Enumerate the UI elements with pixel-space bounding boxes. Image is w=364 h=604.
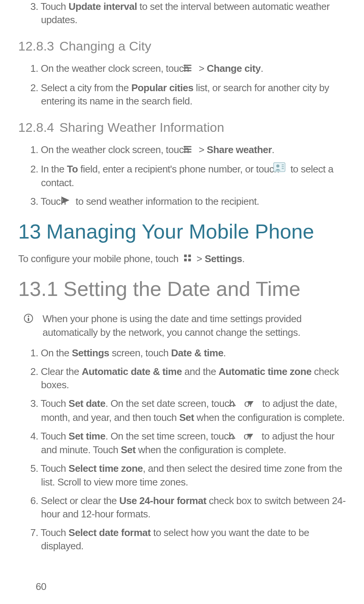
bold-popular-cities: Popular cities: [131, 82, 194, 93]
text: 2. In the: [30, 163, 67, 175]
text: and the: [182, 366, 219, 377]
text: .: [261, 63, 263, 74]
text: >: [199, 63, 206, 74]
text: 3. Touch: [30, 1, 69, 12]
text: 1. On the: [30, 347, 72, 359]
text: field, enter a recipient's phone number,…: [78, 163, 282, 175]
svg-point-17: [28, 315, 29, 317]
text: .: [242, 253, 245, 264]
text: .: [272, 144, 274, 155]
text: when the configuration is complete.: [136, 444, 286, 455]
text: . On the set time screen, touch: [106, 430, 236, 442]
text: 1. On the weather clock screen, touch: [30, 63, 192, 74]
svg-point-7: [276, 164, 279, 168]
note-auto-date: When your phone is using the date and ti…: [18, 312, 346, 340]
bold-settings: Settings: [205, 253, 242, 264]
step-update-interval: 3. Touch Update interval to set the inte…: [18, 0, 346, 27]
text: 2. Select a city from the: [30, 82, 131, 93]
text: >: [197, 253, 205, 264]
bold-share-weather: Share weather: [207, 144, 272, 155]
text: >: [199, 144, 206, 155]
step-date-4: 4. Touch Set time. On the set time scree…: [18, 430, 346, 457]
bold-settings: Settings: [72, 347, 109, 359]
text: To configure your mobile phone, touch: [18, 253, 181, 264]
bold-auto-tz: Automatic time zone: [219, 366, 312, 377]
bold-select-tz: Select time zone: [69, 463, 143, 474]
svg-rect-11: [184, 255, 187, 257]
heading-title: Changing a City: [60, 39, 151, 53]
bold-date-time: Date & time: [171, 347, 224, 359]
heading-title: Sharing Weather Information: [60, 120, 224, 134]
text: 2. Clear the: [30, 366, 82, 377]
svg-rect-14: [188, 259, 191, 261]
bold-date-format: Select date format: [69, 527, 151, 538]
step-date-7: 7. Touch Select date format to select ho…: [18, 526, 346, 553]
heading-number: 12.8.3: [18, 39, 54, 54]
svg-rect-12: [188, 255, 191, 257]
text: 5. Touch: [30, 463, 69, 474]
text: screen, touch: [109, 347, 171, 359]
svg-rect-9: [282, 166, 284, 167]
heading-title: Setting the Date and Time: [63, 277, 300, 300]
step-share-2: 2. In the To field, enter a recipient's …: [18, 163, 346, 190]
step-share-3: 3. Touch to send weather information to …: [18, 195, 346, 209]
heading-number: 13: [18, 220, 41, 243]
heading-12-8-4: 12.8.4Sharing Weather Information: [18, 120, 346, 135]
step-date-1: 1. On the Settings screen, touch Date & …: [18, 346, 346, 360]
heading-title: Managing Your Mobile Phone: [46, 220, 314, 243]
step-date-3: 3. Touch Set date. On the set date scree…: [18, 397, 346, 424]
svg-rect-13: [184, 259, 187, 261]
bold-auto-date: Automatic date & time: [82, 366, 182, 377]
step-date-2: 2. Clear the Automatic date & time and t…: [18, 365, 346, 392]
bold-set: Set: [121, 444, 136, 455]
heading-number: 13.1: [18, 277, 58, 300]
step-share-1: 1. On the weather clock screen, touch > …: [18, 143, 346, 157]
text: 4. Touch: [30, 430, 69, 442]
step-change-city-1: 1. On the weather clock screen, touch > …: [18, 62, 346, 76]
text: 3. Touch: [30, 398, 69, 409]
bold-set-date: Set date: [69, 398, 106, 409]
text: 6. Select or clear the: [30, 495, 119, 506]
text: . On the set date screen, touch: [106, 398, 237, 409]
info-icon: [24, 313, 33, 323]
heading-13-1: 13.1Setting the Date and Time: [18, 277, 346, 300]
svg-rect-10: [282, 168, 284, 169]
svg-rect-16: [28, 318, 29, 321]
heading-13: 13Managing Your Mobile Phone: [18, 220, 346, 243]
page-number: 60: [36, 581, 46, 593]
contact-icon: [284, 162, 285, 176]
heading-number: 12.8.4: [18, 120, 54, 135]
heading-12-8-3: 12.8.3Changing a City: [18, 39, 346, 54]
apps-grid-icon: [183, 252, 192, 266]
text: to send weather information to the recip…: [76, 196, 259, 207]
step-date-6: 6. Select or clear the Use 24-hour forma…: [18, 494, 346, 521]
bold-set: Set: [179, 412, 194, 423]
text: 7. Touch: [30, 527, 69, 538]
bold-set-time: Set time: [69, 430, 106, 442]
step-change-city-2: 2. Select a city from the Popular cities…: [18, 81, 346, 108]
bold-24h: Use 24-hour format: [119, 495, 206, 506]
svg-rect-8: [282, 164, 284, 165]
text: 1. On the weather clock screen, touch: [30, 144, 192, 155]
bold-change-city: Change city: [207, 63, 261, 74]
note-text: When your phone is using the date and ti…: [43, 313, 302, 338]
step-date-5: 5. Touch Select time zone, and then sele…: [18, 462, 346, 489]
para-configure: To configure your mobile phone, touch > …: [18, 252, 346, 266]
bold-to: To: [67, 163, 78, 175]
text: when the configuration is complete.: [194, 412, 345, 423]
text: .: [223, 347, 226, 359]
bold-update-interval: Update interval: [69, 1, 137, 12]
